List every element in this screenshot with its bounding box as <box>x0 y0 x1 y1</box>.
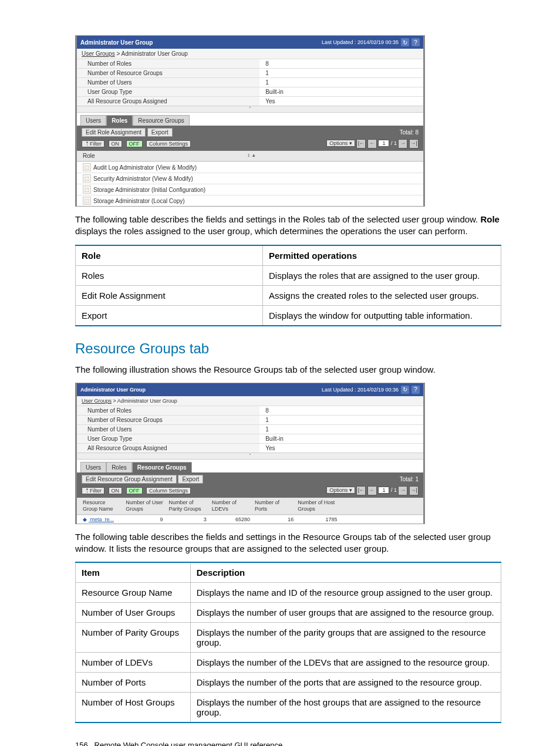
screenshot-resource-groups-tab: Administrator User Group Last Updated : … <box>75 383 425 524</box>
col-num-ports[interactable]: Number of Ports <box>252 499 295 512</box>
window-title: Administrator User Group <box>80 39 153 46</box>
col-permitted: Permitted operations <box>263 245 501 266</box>
last-updated: Last Updated : 2014/02/19 00:35 <box>322 39 399 45</box>
resource-group-icon: ◆ <box>83 517 89 522</box>
paragraph: The following table describes the fields… <box>75 531 501 555</box>
crumb-root[interactable]: User Groups <box>82 398 112 404</box>
options-dropdown[interactable]: Options ▾ <box>326 140 355 147</box>
grid-rows: ⬚Audit Log Administrator (View & Modify)… <box>77 161 423 206</box>
table-row[interactable]: ◆ meta_re... 9 3 65280 16 1785 <box>77 515 423 524</box>
options-dropdown[interactable]: Options ▾ <box>326 487 355 494</box>
grid-rows: ◆ meta_re... 9 3 65280 16 1785 <box>77 515 423 524</box>
filter-button[interactable]: ⭫Filter <box>82 140 104 147</box>
tab-resource-groups[interactable]: Resource Groups <box>133 115 189 126</box>
filter-bar: ⭫Filter ON OFF Column Settings Options ▾… <box>77 138 423 151</box>
sort-indicator: 1 ▲ <box>248 153 257 159</box>
page-number: 156 <box>75 741 88 746</box>
summary-table: Number of Roles8 Number of Resource Grou… <box>77 406 423 453</box>
grid-header[interactable]: Role 1 ▲ <box>77 151 423 161</box>
role-icon: ⬚ <box>83 197 91 205</box>
table-row[interactable]: ⬚Audit Log Administrator (View & Modify) <box>77 161 423 173</box>
toolbar: Edit Resource Group Assignment Export To… <box>77 472 423 485</box>
col-role: Role <box>83 153 95 159</box>
crumb-root[interactable]: User Groups <box>82 50 115 57</box>
toolbar: Edit Role Assignment Export Total: 8 <box>77 126 423 138</box>
window-titlebar: Administrator User Group Last Updated : … <box>77 36 423 49</box>
help-icon[interactable]: ? <box>411 386 420 394</box>
refresh-icon[interactable]: ↻ <box>401 386 409 394</box>
table-row[interactable]: ⬚Security Administrator (View & Modify) <box>77 173 423 184</box>
last-updated: Last Updated : 2014/02/19 00:36 <box>322 387 399 393</box>
page-input[interactable]: 1 <box>378 487 389 494</box>
filter-button[interactable]: ⭫Filter <box>82 487 104 494</box>
filter-bar: ⭫Filter ON OFF Column Settings Options ▾… <box>77 485 423 498</box>
total-count: Total: 8 <box>400 129 419 136</box>
paragraph: The following illustration shows the Res… <box>75 364 501 376</box>
edit-role-assignment-button[interactable]: Edit Role Assignment <box>82 128 146 137</box>
edit-resource-group-assignment-button[interactable]: Edit Resource Group Assignment <box>82 475 177 484</box>
col-item: Item <box>76 562 191 583</box>
summary-table: Number of Roles8 Number of Resource Grou… <box>77 59 423 106</box>
role-icon: ⬚ <box>83 185 91 194</box>
filter-on[interactable]: ON <box>109 487 123 494</box>
page-last-icon[interactable]: →| <box>409 486 419 495</box>
tab-users[interactable]: Users <box>80 115 106 126</box>
col-num-ldevs[interactable]: Number of LDEVs <box>210 499 252 512</box>
page-last-icon[interactable]: →| <box>409 139 419 148</box>
tab-roles[interactable]: Roles <box>106 115 133 126</box>
filter-on[interactable]: ON <box>109 140 123 147</box>
page-next-icon[interactable]: → <box>398 486 407 495</box>
column-settings-button[interactable]: Column Settings <box>146 487 191 494</box>
refresh-icon[interactable]: ↻ <box>401 38 409 46</box>
table-row[interactable]: ⬚Storage Administrator (Local Copy) <box>77 195 423 206</box>
export-button[interactable]: Export <box>178 475 203 484</box>
role-icon: ⬚ <box>83 163 91 171</box>
col-num-user-groups[interactable]: Number of User Groups <box>123 499 166 512</box>
page-input[interactable]: 1 <box>378 140 389 147</box>
col-role: Role <box>76 245 263 266</box>
page-footer: 156 Remote Web Console user management G… <box>75 741 501 746</box>
page-prev-icon[interactable]: ← <box>367 486 377 495</box>
breadcrumb: User Groups > Administrator User Group <box>77 396 423 406</box>
col-rg-name[interactable]: Resource Group Name <box>80 499 123 512</box>
filter-off[interactable]: OFF <box>126 487 143 494</box>
page-prev-icon[interactable]: ← <box>367 139 377 148</box>
col-num-parity-groups[interactable]: Number of Parity Groups <box>167 499 210 512</box>
filter-off[interactable]: OFF <box>126 140 143 147</box>
table-row[interactable]: ⬚Storage Administrator (Initial Configur… <box>77 184 423 195</box>
col-num-host-groups[interactable]: Number of Host Groups <box>295 499 338 512</box>
breadcrumb: User Groups > Administrator User Group <box>77 49 423 59</box>
page-next-icon[interactable]: → <box>398 139 407 148</box>
export-button[interactable]: Export <box>147 128 173 137</box>
col-description: Description <box>190 562 501 583</box>
tab-bar: Users Roles Resource Groups <box>77 113 423 126</box>
screenshot-roles-tab: Administrator User Group Last Updated : … <box>75 35 425 207</box>
total-count: Total: 1 <box>400 476 419 482</box>
collapse-handle[interactable]: ˄ <box>77 453 423 460</box>
tab-users[interactable]: Users <box>80 462 106 472</box>
page-first-icon[interactable]: |← <box>356 139 366 148</box>
grid-header: Resource Group Name Number of User Group… <box>77 498 423 515</box>
column-settings-button[interactable]: Column Settings <box>146 140 191 147</box>
crumb-leaf: Administrator User Group <box>122 50 188 57</box>
paragraph: The following table describes the fields… <box>75 214 501 238</box>
tab-roles[interactable]: Roles <box>106 462 132 472</box>
role-icon: ⬚ <box>83 174 91 183</box>
footer-title: Remote Web Console user management GUI r… <box>95 741 283 746</box>
tab-resource-groups[interactable]: Resource Groups <box>132 462 192 472</box>
help-icon[interactable]: ? <box>411 38 420 46</box>
roles-description-table: Role Permitted operations RolesDisplays … <box>75 245 501 326</box>
collapse-handle[interactable]: ˄ <box>77 106 423 113</box>
page-first-icon[interactable]: |← <box>356 486 366 495</box>
window-title: Administrator User Group <box>80 387 146 393</box>
resource-groups-description-table: Item Description Resource Group NameDisp… <box>75 562 501 723</box>
crumb-leaf: Administrator User Group <box>117 398 177 404</box>
section-heading: Resource Groups tab <box>75 340 501 357</box>
tab-bar: Users Roles Resource Groups <box>77 460 423 472</box>
window-titlebar: Administrator User Group Last Updated : … <box>77 383 423 396</box>
